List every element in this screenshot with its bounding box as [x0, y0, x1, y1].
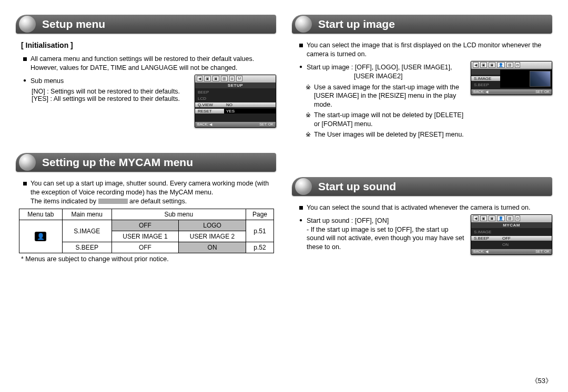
image-note: The User images will be deleted by [RESE…: [307, 130, 465, 139]
table-footnote: * Menus are subject to change without pr…: [21, 255, 276, 263]
image-note: The start-up image will not be deleted b…: [307, 111, 465, 129]
image-intro-list: You can select the image that is first d…: [292, 41, 552, 59]
image-options-line: Start up image : [OFF], [LOGO], [USER IM…: [299, 63, 465, 81]
image-notes: Use a saved image for the start-up image…: [292, 83, 465, 139]
setup-intro-list: All camera menu and function settings wi…: [16, 55, 276, 73]
submenus-list: Sub menus: [16, 77, 189, 86]
initialisation-subhead: [ Initialisation ]: [21, 41, 276, 49]
right-column: Start up image You can select the image …: [292, 11, 552, 263]
image-note: Use a saved image for the start-up image…: [307, 83, 465, 110]
left-column: Setup menu [ Initialisation ] All camera…: [16, 11, 276, 263]
image-intro: You can select the image that is first d…: [299, 41, 552, 59]
sound-note: - If the start up image is set to [OFF],…: [307, 225, 465, 252]
sound-intro-list: You can select the sound that is activat…: [292, 203, 552, 212]
sound-options: Start up sound : [OFF], [ON] - If the st…: [292, 216, 465, 252]
shaded-swatch: [98, 199, 128, 204]
submenu-no: [NO] : Settings will not be restored to …: [32, 88, 189, 95]
startup-sound-header: Start up sound: [292, 177, 552, 196]
sound-options-line: Start up sound : [OFF], [ON] - If the st…: [299, 216, 465, 252]
setup-menu-header: Setup menu: [16, 15, 276, 34]
submenu-yes: [YES] : All settings will be restored to…: [32, 95, 189, 102]
submenus-label: Sub menus: [23, 77, 189, 86]
sound-lcd: ◀▣▣👤▨◘MYCAMS.IMAGES.BEEPOFFONBACK: ◀SET:…: [471, 214, 552, 255]
mycam-header: Setting up the MYCAM menu: [16, 153, 276, 172]
mycam-intro-list: You can set up a start up image, shutter…: [16, 179, 276, 206]
mycam-table: Menu tabMain menuSub menuPage👤S.IMAGEOFF…: [19, 209, 274, 253]
person-icon: 👤: [35, 232, 46, 241]
page: Setup menu [ Initialisation ] All camera…: [0, 0, 568, 268]
setup-lcd: ◀▣▣▨◘MSETUPBEEPLCDQ.VIEWNORESETYESBACK: …: [195, 75, 276, 128]
page-number: 《53》: [531, 376, 552, 386]
startup-image-header: Start up image: [292, 15, 552, 34]
image-options: Start up image : [OFF], [LOGO], [USER IM…: [292, 63, 465, 81]
mycam-intro: You can set up a start up image, shutter…: [23, 179, 276, 206]
setup-intro: All camera menu and function settings wi…: [23, 55, 276, 73]
image-lcd: ◀▣▣👤▨◘MYCAMS.IMAGES.BEEPBACK: ◀SET: OK: [471, 61, 552, 95]
sound-intro: You can select the sound that is activat…: [299, 203, 552, 212]
